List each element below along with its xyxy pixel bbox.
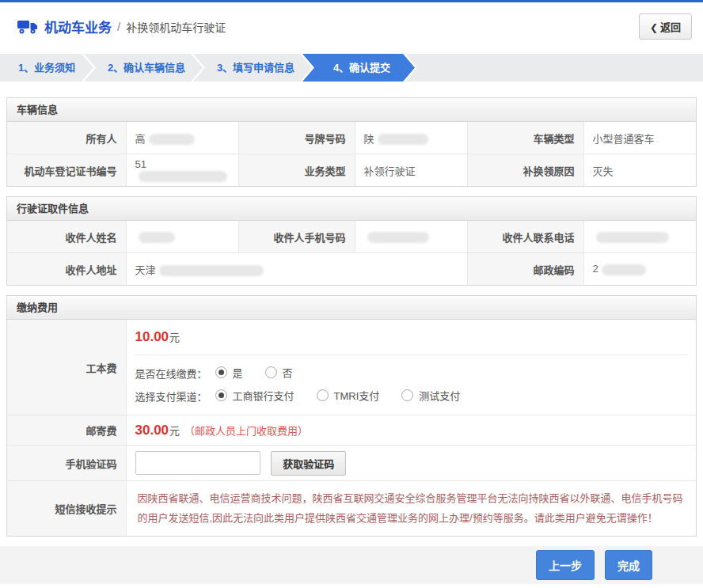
redacted-value: [596, 232, 669, 243]
fees-title: 缴纳费用: [7, 296, 696, 320]
field-value-text: 2: [593, 263, 598, 275]
pay-channel-question: 选择支付渠道： 工商银行支付TMRI支付测试支付: [135, 388, 688, 404]
captcha-input[interactable]: [135, 451, 260, 475]
back-button[interactable]: ❮返回: [639, 13, 692, 40]
field-label: 机动车登记证书编号: [7, 154, 126, 187]
redacted-value: [139, 171, 227, 182]
field-value-text: 陕: [364, 133, 374, 145]
redacted-value: [159, 265, 264, 276]
field-value: 陕: [355, 122, 467, 154]
fee-amount: 10.00: [135, 329, 169, 344]
field-label: 车辆类型: [467, 122, 583, 154]
get-captcha-button[interactable]: 获取验证码: [271, 451, 346, 476]
table-row: 所有人高号牌号码陕车辆类型小型普通客车: [7, 122, 696, 154]
radio-option[interactable]: TMRI支付: [317, 388, 380, 403]
field-value-text: 天津: [135, 264, 156, 276]
radio-unselected-icon[interactable]: [317, 389, 329, 401]
pickup-info-title: 行驶证取件信息: [7, 197, 696, 221]
field-label: 收件人联系电话: [467, 221, 583, 253]
vehicle-info-title: 车辆信息: [7, 98, 696, 122]
field-label: 号牌号码: [238, 122, 355, 154]
sms-tip-cell: 因陕西省联通、电信运营商技术问题，陕西省互联网交通安全综合服务管理平台无法向持陕…: [126, 481, 696, 537]
field-value: [126, 221, 238, 253]
fee-unit: 元: [169, 332, 180, 343]
fee-value-cell: 10.00元 是否在线缴费： 是否 选择支付渠道： 工商银行支付TMRI支付测试…: [126, 320, 696, 415]
radio-unselected-icon[interactable]: [265, 366, 277, 378]
main-content: 车辆信息 所有人高号牌号码陕车辆类型小型普通客车机动车登记证书编号51业务类型补…: [0, 82, 703, 537]
online-pay-radio-group: 是否: [207, 365, 315, 381]
redacted-value: [149, 134, 195, 145]
previous-step-button[interactable]: 上一步: [536, 550, 595, 580]
field-value-text: 灭失: [593, 165, 614, 177]
field-value: [583, 221, 696, 253]
pickup-info-table: 收件人姓名收件人手机号码收件人联系电话收件人地址天津邮政编码2: [7, 221, 696, 285]
sms-tip-label: 短信接收提示: [7, 481, 126, 537]
field-label: 收件人姓名: [7, 221, 126, 253]
sms-tip-text: 因陕西省联通、电信运营商技术问题，陕西省互联网交通安全综合服务管理平台无法向持陕…: [138, 489, 686, 528]
field-value-text: 高: [135, 133, 146, 145]
step-tab-2[interactable]: 2、确认车辆信息: [84, 54, 203, 82]
table-row: 机动车登记证书编号51业务类型补领行驶证补换领原因灭失: [7, 154, 696, 187]
sms-tip-row: 短信接收提示 因陕西省联通、电信运营商技术问题，陕西省互联网交通安全综合服务管理…: [7, 481, 696, 537]
radio-label: TMRI支付: [334, 388, 380, 403]
pickup-info-panel: 行驶证取件信息 收件人姓名收件人手机号码收件人联系电话收件人地址天津邮政编码2: [6, 196, 697, 286]
field-value: 2: [583, 253, 696, 286]
field-label: 收件人地址: [7, 253, 126, 286]
vehicle-info-panel: 车辆信息 所有人高号牌号码陕车辆类型小型普通客车机动车登记证书编号51业务类型补…: [6, 97, 697, 187]
radio-unselected-icon[interactable]: [401, 389, 413, 401]
field-value: 天津: [126, 253, 467, 286]
radio-label: 是: [233, 365, 243, 380]
fee-row-youjifei: 邮寄费 30.00元（邮政人员上门收取费用）: [7, 415, 696, 446]
step-tab-1[interactable]: 1、业务须知: [0, 54, 93, 82]
breadcrumb-separator: /: [117, 20, 120, 33]
radio-label: 否: [283, 365, 293, 380]
vehicle-info-table: 所有人高号牌号码陕车辆类型小型普通客车机动车登记证书编号51业务类型补领行驶证补…: [7, 122, 696, 186]
field-value: 小型普通客车: [583, 122, 696, 154]
step-tab-4-active[interactable]: 4、确认提交: [302, 54, 415, 82]
fee-note: （邮政人员上门收取费用）: [184, 425, 308, 437]
footer-action-bar: 上一步 完成: [0, 546, 703, 584]
field-value: 补领行驶证: [355, 154, 467, 187]
online-pay-question: 是否在线缴费： 是否: [135, 365, 688, 381]
field-label: 业务类型: [238, 154, 355, 187]
radio-option[interactable]: 测试支付: [401, 388, 460, 403]
fee-value-cell: 30.00元（邮政人员上门收取费用）: [126, 415, 696, 446]
radio-label: 工商银行支付: [233, 388, 294, 403]
field-value: 灭失: [583, 154, 696, 187]
field-value-text: 补领行驶证: [364, 165, 416, 177]
radio-option[interactable]: 工商银行支付: [215, 388, 294, 403]
truck-icon: [17, 19, 38, 35]
back-button-label: 返回: [660, 21, 681, 33]
field-label: 所有人: [7, 122, 126, 154]
field-label: 补换领原因: [467, 154, 583, 187]
pay-channel-label: 选择支付渠道：: [135, 389, 207, 404]
captcha-label: 手机验证码: [7, 446, 126, 481]
radio-label: 测试支付: [419, 388, 460, 403]
fees-panel: 缴纳费用 工本费 10.00元 是否在线缴费： 是否: [6, 295, 697, 537]
field-value-text: 51: [135, 158, 146, 170]
online-pay-label: 是否在线缴费：: [135, 366, 207, 381]
radio-selected-icon[interactable]: [215, 389, 227, 401]
step-tab-3[interactable]: 3、填写申请信息: [193, 54, 312, 82]
divider: [135, 355, 688, 355]
captcha-row: 手机验证码 获取验证码: [7, 446, 696, 481]
pay-channel-radio-group: 工商银行支付TMRI支付测试支付: [207, 388, 483, 404]
field-value: 高: [126, 122, 238, 154]
fee-amount: 30.00: [135, 423, 169, 438]
fee-amount-line: 10.00元: [135, 329, 688, 345]
field-value-text: 小型普通客车: [593, 133, 655, 145]
page-title: 机动车业务: [44, 17, 112, 36]
redacted-value: [139, 232, 175, 243]
radio-option[interactable]: 否: [265, 365, 293, 380]
fee-label: 工本费: [7, 320, 126, 415]
finish-button[interactable]: 完成: [605, 550, 652, 580]
redacted-value: [378, 134, 428, 145]
fee-row-gongbenfei: 工本费 10.00元 是否在线缴费： 是否 选择支付渠道： 工商银行支付TMRI…: [7, 320, 696, 415]
step-progress-bar: 1、业务须知2、确认车辆信息3、填写申请信息4、确认提交: [0, 54, 703, 82]
step-bar-filler: [405, 54, 703, 82]
fee-label: 邮寄费: [7, 415, 126, 446]
fees-table: 工本费 10.00元 是否在线缴费： 是否 选择支付渠道： 工商银行支付TMRI…: [7, 320, 696, 536]
field-label: 邮政编码: [467, 253, 583, 286]
radio-selected-icon[interactable]: [215, 366, 227, 378]
radio-option[interactable]: 是: [215, 365, 243, 380]
